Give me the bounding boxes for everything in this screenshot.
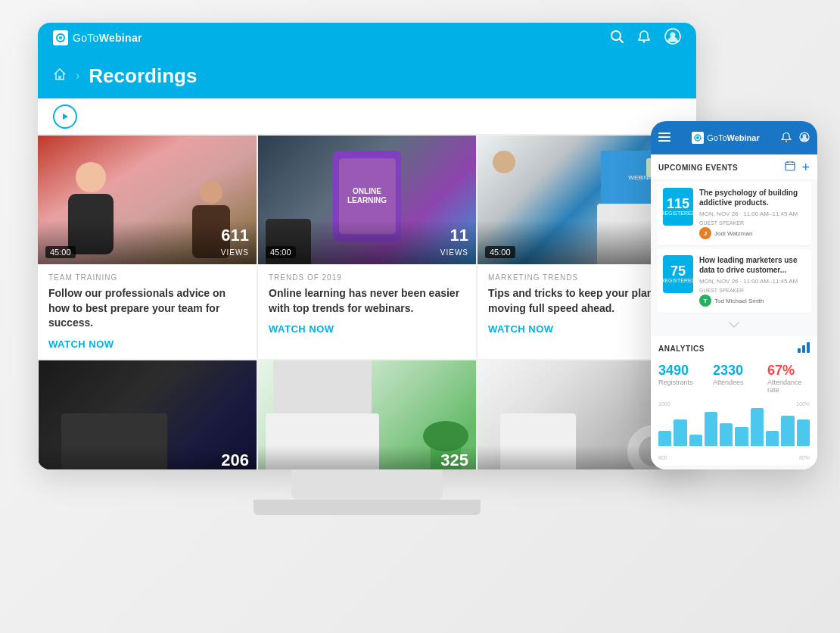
app-header: GoToWebinar: [38, 23, 696, 98]
attendees-label: Attendees: [713, 379, 755, 386]
speaker-name-2: Tod Michael Smith: [714, 298, 764, 304]
duration-2: 45:00: [266, 246, 296, 258]
svg-point-1: [59, 36, 62, 39]
logo-text: GoToWebinar: [73, 32, 142, 44]
recording-card-4: 30:00 206 VIEWS TEAM TRAINING Developing…: [38, 360, 257, 469]
app-content: 45:00 611 VIEWS TEAM TRAINING Follow our…: [38, 98, 696, 469]
svg-rect-10: [658, 140, 670, 142]
svg-point-2: [611, 31, 621, 40]
breadcrumb-separator: ›: [76, 69, 79, 83]
search-icon[interactable]: [610, 30, 624, 47]
chart-bar-3: [705, 412, 717, 446]
stat-attendees: 2330 Attendees: [713, 363, 755, 394]
views-1: 611 VIEWS: [221, 226, 249, 258]
svg-point-4: [643, 40, 646, 42]
duration-3: 45:00: [485, 246, 515, 258]
phone-bell-icon[interactable]: [781, 132, 792, 145]
event-meta-1: MON, NOV 26 · 11:00 AM–11:45 AM: [699, 210, 805, 217]
recording-info-2: TRENDS OF 2019 Online learning has never…: [258, 264, 476, 344]
stat-rate: 67% Attendance rate: [767, 363, 810, 394]
recordings-grid: 45:00 611 VIEWS TEAM TRAINING Follow our…: [38, 135, 696, 469]
event-info-1: The psychology of building addictive pro…: [699, 188, 805, 239]
chart-bar-9: [797, 419, 810, 446]
chart-bar-4: [720, 423, 733, 446]
bell-icon[interactable]: [637, 30, 651, 47]
event-speaker-1: J Jodi Watzman: [699, 227, 805, 239]
thumbnail-2: ONLINELEARNING 45:00 11 VIEWS: [258, 136, 476, 264]
svg-rect-21: [802, 345, 805, 353]
home-icon[interactable]: [53, 67, 67, 85]
phone-avatar-icon[interactable]: [799, 132, 810, 145]
axis-label-80pct: 80%: [799, 455, 810, 460]
chart-bar-1: [674, 419, 686, 446]
upcoming-events-header: UPCOMING EVENTS +: [651, 154, 817, 179]
stat-registrants: 3490 Registrants: [658, 363, 701, 394]
speaker-avatar-2: T: [699, 295, 711, 307]
svg-line-3: [620, 39, 623, 42]
phone-logo-text: GoToWebinar: [707, 133, 760, 142]
chart-bar-8: [781, 416, 794, 446]
nav-bar: › Recordings: [53, 53, 681, 98]
speaker-label-1: GUEST SPEAKER: [699, 220, 805, 226]
event-badge-1: 115 REGISTERED: [663, 188, 693, 226]
speaker-avatar-1: J: [699, 227, 711, 239]
logo-area: GoToWebinar: [53, 30, 142, 45]
event-title-1: The psychology of building addictive pro…: [699, 188, 805, 207]
thumbnail-5: 45:00 325 VIEWS: [258, 360, 476, 469]
user-avatar-icon[interactable]: [664, 28, 681, 48]
registrants-value: 3490: [658, 363, 701, 379]
svg-marker-7: [63, 114, 68, 120]
chevron-down[interactable]: [651, 316, 817, 333]
phone-logo: GoToWebinar: [692, 132, 760, 144]
top-bar: GoToWebinar: [53, 23, 681, 53]
chart-bottom-axis: 800 80%: [651, 454, 817, 465]
analytics-title: ANALYTICS: [658, 345, 705, 353]
monitor-frame: GoToWebinar: [38, 23, 696, 469]
svg-rect-20: [798, 348, 801, 353]
event-speaker-2: T Tod Michael Smith: [699, 295, 805, 307]
attendees-value: 2330: [713, 363, 755, 379]
thumb-overlay-1: 45:00 611 VIEWS: [38, 220, 257, 264]
analytics-stats: 3490 Registrants 2330 Attendees 67% Atte…: [651, 360, 817, 401]
recording-card-2: ONLINELEARNING 45:00 11 VIEWS: [257, 135, 477, 360]
desktop-monitor: GoToWebinar: [38, 23, 696, 553]
title-2: Online learning has never been easier wi…: [269, 286, 465, 316]
phone-header: GoToWebinar: [651, 121, 817, 154]
rate-value: 67%: [767, 363, 810, 379]
svg-rect-8: [658, 133, 670, 134]
chart-icon[interactable]: [798, 342, 810, 355]
axis-label-800: 800: [658, 455, 667, 460]
upcoming-events-title: UPCOMING EVENTS: [658, 164, 738, 172]
category-2: TRENDS OF 2019: [269, 273, 465, 282]
play-icon[interactable]: [53, 104, 77, 129]
phone-header-icons: [781, 132, 810, 145]
watch-now-1[interactable]: WATCH NOW: [48, 338, 246, 350]
svg-point-6: [670, 32, 676, 37]
sub-nav: [38, 98, 696, 135]
calendar-icon[interactable]: [785, 161, 795, 174]
hamburger-icon[interactable]: [658, 132, 670, 144]
views-2: 11 VIEWS: [440, 226, 468, 258]
analytics-header: ANALYTICS: [651, 336, 817, 360]
chart-axis: 1000 100%: [651, 401, 817, 408]
analytics-chart: [651, 408, 817, 454]
thumbnail-4: 30:00 206 VIEWS: [39, 360, 257, 469]
chart-bar-0: [658, 431, 671, 446]
event-card-2: 75 REGISTERED How leading marketers use …: [657, 249, 811, 313]
phone-content: UPCOMING EVENTS + 115 REGISTERED The psy…: [651, 154, 817, 469]
speaker-label-2: GUEST SPEAKER: [699, 288, 805, 293]
scene: GoToWebinar: [0, 0, 840, 633]
add-event-icon[interactable]: +: [801, 161, 810, 174]
registrants-label: Registrants: [658, 379, 701, 386]
watch-now-2[interactable]: WATCH NOW: [269, 323, 465, 335]
svg-point-13: [786, 140, 787, 142]
phone-logo-icon: [692, 132, 704, 144]
recording-card-5: 45:00 325 VIEWS DEVELOPMENT TRAINING Mod…: [257, 360, 477, 469]
svg-point-12: [696, 136, 699, 139]
event-title-2: How leading marketers use data to drive …: [699, 255, 805, 275]
thumb-overlay-5: 45:00 325 VIEWS: [258, 445, 476, 469]
page-title: Recordings: [89, 64, 197, 88]
event-card-1: 115 REGISTERED The psychology of buildin…: [657, 182, 811, 246]
monitor-stand: [291, 469, 443, 500]
chart-bar-6: [751, 408, 764, 446]
